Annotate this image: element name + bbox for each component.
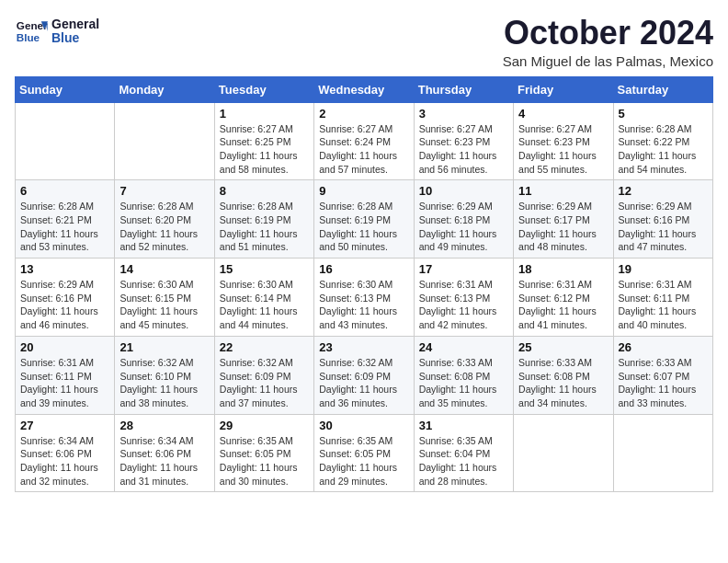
day-info: Sunrise: 6:28 AM Sunset: 6:19 PM Dayligh… <box>319 200 408 254</box>
day-number: 7 <box>119 184 209 198</box>
logo: General Blue General Blue <box>15 15 99 48</box>
day-number: 25 <box>518 340 608 354</box>
calendar-cell: 5Sunrise: 6:28 AM Sunset: 6:22 PM Daylig… <box>613 102 712 180</box>
day-info: Sunrise: 6:28 AM Sunset: 6:20 PM Dayligh… <box>119 200 209 254</box>
calendar-cell: 9Sunrise: 6:28 AM Sunset: 6:19 PM Daylig… <box>314 180 414 259</box>
day-number: 27 <box>20 419 109 432</box>
day-info: Sunrise: 6:34 AM Sunset: 6:06 PM Dayligh… <box>20 434 109 488</box>
weekday-header-wednesday: Wednesday <box>314 76 414 102</box>
day-info: Sunrise: 6:33 AM Sunset: 6:07 PM Dayligh… <box>619 356 708 410</box>
calendar-cell: 15Sunrise: 6:30 AM Sunset: 6:14 PM Dayli… <box>214 259 313 337</box>
week-row-2: 6Sunrise: 6:28 AM Sunset: 6:21 PM Daylig… <box>16 180 713 259</box>
calendar-cell: 27Sunrise: 6:34 AM Sunset: 6:06 PM Dayli… <box>16 414 115 492</box>
calendar-cell: 26Sunrise: 6:33 AM Sunset: 6:07 PM Dayli… <box>613 336 712 414</box>
calendar-cell: 16Sunrise: 6:30 AM Sunset: 6:13 PM Dayli… <box>314 259 414 337</box>
day-number: 26 <box>619 340 708 354</box>
calendar-cell: 19Sunrise: 6:31 AM Sunset: 6:11 PM Dayli… <box>613 259 712 337</box>
page-header: General Blue General Blue October 2024 S… <box>15 15 713 69</box>
day-number: 23 <box>319 340 408 354</box>
calendar-cell: 1Sunrise: 6:27 AM Sunset: 6:25 PM Daylig… <box>214 102 313 180</box>
day-number: 1 <box>220 107 309 121</box>
day-info: Sunrise: 6:28 AM Sunset: 6:19 PM Dayligh… <box>220 200 309 254</box>
day-info: Sunrise: 6:30 AM Sunset: 6:13 PM Dayligh… <box>319 278 408 332</box>
day-info: Sunrise: 6:31 AM Sunset: 6:11 PM Dayligh… <box>20 356 109 410</box>
day-info: Sunrise: 6:30 AM Sunset: 6:14 PM Dayligh… <box>220 278 309 332</box>
day-info: Sunrise: 6:35 AM Sunset: 6:05 PM Dayligh… <box>319 434 408 488</box>
week-row-4: 20Sunrise: 6:31 AM Sunset: 6:11 PM Dayli… <box>16 336 713 414</box>
day-number: 20 <box>20 340 109 354</box>
calendar-cell: 22Sunrise: 6:32 AM Sunset: 6:09 PM Dayli… <box>214 336 313 414</box>
title-block: October 2024 San Miguel de las Palmas, M… <box>503 15 713 69</box>
day-info: Sunrise: 6:33 AM Sunset: 6:08 PM Dayligh… <box>419 356 508 410</box>
day-info: Sunrise: 6:27 AM Sunset: 6:23 PM Dayligh… <box>419 122 508 177</box>
calendar-cell: 30Sunrise: 6:35 AM Sunset: 6:05 PM Dayli… <box>314 414 414 492</box>
day-info: Sunrise: 6:31 AM Sunset: 6:13 PM Dayligh… <box>419 278 508 332</box>
day-number: 18 <box>518 262 608 276</box>
day-number: 10 <box>419 184 508 198</box>
day-info: Sunrise: 6:32 AM Sunset: 6:09 PM Dayligh… <box>220 356 309 410</box>
day-number: 22 <box>220 340 309 354</box>
day-info: Sunrise: 6:27 AM Sunset: 6:25 PM Dayligh… <box>220 122 309 177</box>
calendar-cell: 17Sunrise: 6:31 AM Sunset: 6:13 PM Dayli… <box>414 259 513 337</box>
day-number: 21 <box>119 340 209 354</box>
day-info: Sunrise: 6:30 AM Sunset: 6:15 PM Dayligh… <box>119 278 209 332</box>
day-number: 5 <box>619 107 708 121</box>
day-number: 31 <box>419 419 508 432</box>
day-number: 30 <box>319 419 408 432</box>
day-number: 13 <box>20 262 109 276</box>
logo-blue: Blue <box>51 31 99 45</box>
logo-general: General <box>51 17 99 31</box>
calendar-cell <box>115 102 214 180</box>
calendar-cell: 21Sunrise: 6:32 AM Sunset: 6:10 PM Dayli… <box>115 336 214 414</box>
calendar-cell: 2Sunrise: 6:27 AM Sunset: 6:24 PM Daylig… <box>314 102 414 180</box>
day-number: 28 <box>119 419 209 432</box>
calendar-cell: 28Sunrise: 6:34 AM Sunset: 6:06 PM Dayli… <box>115 414 214 492</box>
weekday-header-monday: Monday <box>115 76 214 102</box>
day-info: Sunrise: 6:32 AM Sunset: 6:10 PM Dayligh… <box>119 356 209 410</box>
weekday-header-friday: Friday <box>514 76 613 102</box>
day-info: Sunrise: 6:29 AM Sunset: 6:16 PM Dayligh… <box>20 278 109 332</box>
day-number: 19 <box>619 262 708 276</box>
day-info: Sunrise: 6:31 AM Sunset: 6:12 PM Dayligh… <box>518 278 608 332</box>
calendar-cell: 29Sunrise: 6:35 AM Sunset: 6:05 PM Dayli… <box>214 414 313 492</box>
calendar-cell <box>613 414 712 492</box>
day-info: Sunrise: 6:28 AM Sunset: 6:22 PM Dayligh… <box>619 122 708 177</box>
weekday-header-saturday: Saturday <box>613 76 712 102</box>
day-number: 14 <box>119 262 209 276</box>
day-number: 2 <box>319 107 408 121</box>
day-info: Sunrise: 6:35 AM Sunset: 6:04 PM Dayligh… <box>419 434 508 488</box>
svg-text:Blue: Blue <box>17 31 40 43</box>
calendar-cell: 23Sunrise: 6:32 AM Sunset: 6:09 PM Dayli… <box>314 336 414 414</box>
month-title: October 2024 <box>503 15 713 52</box>
day-info: Sunrise: 6:29 AM Sunset: 6:17 PM Dayligh… <box>518 200 608 254</box>
calendar-cell: 13Sunrise: 6:29 AM Sunset: 6:16 PM Dayli… <box>16 259 115 337</box>
day-info: Sunrise: 6:29 AM Sunset: 6:18 PM Dayligh… <box>419 200 508 254</box>
calendar-cell: 7Sunrise: 6:28 AM Sunset: 6:20 PM Daylig… <box>115 180 214 259</box>
week-row-5: 27Sunrise: 6:34 AM Sunset: 6:06 PM Dayli… <box>16 414 713 492</box>
day-number: 15 <box>220 262 309 276</box>
day-info: Sunrise: 6:27 AM Sunset: 6:23 PM Dayligh… <box>518 122 608 177</box>
calendar-cell: 18Sunrise: 6:31 AM Sunset: 6:12 PM Dayli… <box>514 259 613 337</box>
calendar-table: SundayMondayTuesdayWednesdayThursdayFrid… <box>15 76 713 493</box>
day-info: Sunrise: 6:35 AM Sunset: 6:05 PM Dayligh… <box>220 434 309 488</box>
day-number: 8 <box>220 184 309 198</box>
calendar-cell <box>16 102 115 180</box>
calendar-cell: 10Sunrise: 6:29 AM Sunset: 6:18 PM Dayli… <box>414 180 513 259</box>
calendar-cell: 20Sunrise: 6:31 AM Sunset: 6:11 PM Dayli… <box>16 336 115 414</box>
day-number: 11 <box>518 184 608 198</box>
day-info: Sunrise: 6:32 AM Sunset: 6:09 PM Dayligh… <box>319 356 408 410</box>
weekday-header-row: SundayMondayTuesdayWednesdayThursdayFrid… <box>16 76 713 102</box>
day-number: 6 <box>20 184 109 198</box>
day-number: 24 <box>419 340 508 354</box>
calendar-cell: 24Sunrise: 6:33 AM Sunset: 6:08 PM Dayli… <box>414 336 513 414</box>
week-row-1: 1Sunrise: 6:27 AM Sunset: 6:25 PM Daylig… <box>16 102 713 180</box>
day-info: Sunrise: 6:27 AM Sunset: 6:24 PM Dayligh… <box>319 122 408 177</box>
day-info: Sunrise: 6:31 AM Sunset: 6:11 PM Dayligh… <box>619 278 708 332</box>
day-number: 17 <box>419 262 508 276</box>
calendar-cell: 4Sunrise: 6:27 AM Sunset: 6:23 PM Daylig… <box>514 102 613 180</box>
weekday-header-tuesday: Tuesday <box>214 76 313 102</box>
calendar-cell: 11Sunrise: 6:29 AM Sunset: 6:17 PM Dayli… <box>514 180 613 259</box>
calendar-cell: 31Sunrise: 6:35 AM Sunset: 6:04 PM Dayli… <box>414 414 513 492</box>
week-row-3: 13Sunrise: 6:29 AM Sunset: 6:16 PM Dayli… <box>16 259 713 337</box>
day-info: Sunrise: 6:28 AM Sunset: 6:21 PM Dayligh… <box>20 200 109 254</box>
